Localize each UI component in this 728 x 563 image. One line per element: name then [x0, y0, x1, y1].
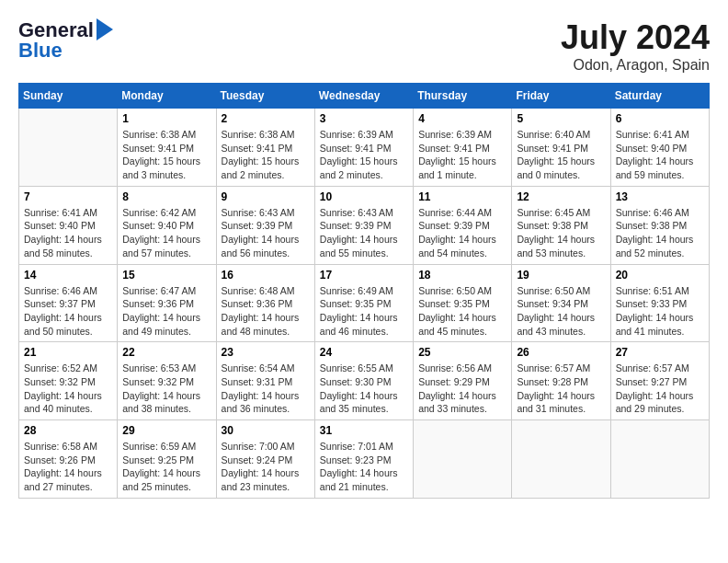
day-info: Sunrise: 6:57 AM Sunset: 9:28 PM Dayligh…: [517, 362, 605, 416]
calendar-day-header: Wednesday: [314, 84, 413, 109]
day-number: 1: [122, 112, 210, 125]
day-number: 20: [616, 269, 704, 282]
day-number: 3: [320, 112, 408, 125]
day-number: 21: [24, 346, 112, 359]
day-number: 16: [222, 269, 310, 282]
calendar-week-row: 1Sunrise: 6:38 AM Sunset: 9:41 PM Daylig…: [19, 109, 710, 187]
day-info: Sunrise: 6:58 AM Sunset: 9:26 PM Dayligh…: [24, 440, 112, 494]
day-number: 10: [320, 190, 408, 203]
calendar-cell: [610, 420, 709, 499]
calendar-cell: [512, 420, 610, 499]
day-info: Sunrise: 6:41 AM Sunset: 9:40 PM Dayligh…: [24, 206, 112, 260]
day-info: Sunrise: 6:54 AM Sunset: 9:31 PM Dayligh…: [222, 362, 310, 416]
day-number: 8: [122, 190, 210, 203]
day-info: Sunrise: 6:47 AM Sunset: 9:36 PM Dayligh…: [122, 284, 210, 339]
calendar-cell: 1Sunrise: 6:38 AM Sunset: 9:41 PM Daylig…: [118, 109, 216, 187]
calendar-cell: 27Sunrise: 6:57 AM Sunset: 9:27 PM Dayli…: [610, 342, 709, 420]
day-info: Sunrise: 6:43 AM Sunset: 9:39 PM Dayligh…: [222, 206, 310, 260]
day-info: Sunrise: 6:38 AM Sunset: 9:41 PM Dayligh…: [122, 128, 210, 182]
day-number: 4: [418, 112, 506, 125]
calendar-cell: 28Sunrise: 6:58 AM Sunset: 9:26 PM Dayli…: [19, 420, 118, 499]
calendar-table: SundayMondayTuesdayWednesdayThursdayFrid…: [18, 83, 710, 499]
day-number: 18: [418, 269, 506, 282]
day-number: 26: [517, 346, 605, 359]
day-info: Sunrise: 6:39 AM Sunset: 9:41 PM Dayligh…: [418, 128, 506, 182]
calendar-cell: 7Sunrise: 6:41 AM Sunset: 9:40 PM Daylig…: [19, 186, 118, 264]
calendar-cell: 19Sunrise: 6:50 AM Sunset: 9:34 PM Dayli…: [512, 264, 610, 342]
calendar-cell: 26Sunrise: 6:57 AM Sunset: 9:28 PM Dayli…: [512, 342, 610, 420]
logo: General Blue: [18, 18, 113, 63]
day-info: Sunrise: 6:50 AM Sunset: 9:34 PM Dayligh…: [517, 284, 605, 339]
day-info: Sunrise: 6:57 AM Sunset: 9:27 PM Dayligh…: [616, 362, 704, 416]
calendar-week-row: 21Sunrise: 6:52 AM Sunset: 9:32 PM Dayli…: [19, 342, 710, 420]
day-number: 9: [222, 190, 310, 203]
day-number: 24: [320, 346, 408, 359]
calendar-cell: 4Sunrise: 6:39 AM Sunset: 9:41 PM Daylig…: [414, 109, 512, 187]
day-info: Sunrise: 6:49 AM Sunset: 9:35 PM Dayligh…: [320, 284, 408, 339]
calendar-cell: 8Sunrise: 6:42 AM Sunset: 9:40 PM Daylig…: [118, 186, 216, 264]
calendar-day-header: Friday: [512, 84, 610, 109]
day-number: 22: [122, 346, 210, 359]
day-info: Sunrise: 7:00 AM Sunset: 9:24 PM Dayligh…: [222, 440, 310, 494]
day-number: 27: [616, 346, 704, 359]
calendar-cell: 16Sunrise: 6:48 AM Sunset: 9:36 PM Dayli…: [216, 264, 314, 342]
day-number: 25: [418, 346, 506, 359]
calendar-cell: 12Sunrise: 6:45 AM Sunset: 9:38 PM Dayli…: [512, 186, 610, 264]
day-info: Sunrise: 6:45 AM Sunset: 9:38 PM Dayligh…: [517, 206, 605, 260]
day-number: 29: [122, 424, 210, 437]
location-text: Odon, Aragon, Spain: [561, 57, 710, 74]
day-info: Sunrise: 6:55 AM Sunset: 9:30 PM Dayligh…: [320, 362, 408, 416]
day-info: Sunrise: 6:42 AM Sunset: 9:40 PM Dayligh…: [122, 206, 210, 260]
day-info: Sunrise: 6:39 AM Sunset: 9:41 PM Dayligh…: [320, 128, 408, 182]
day-number: 11: [418, 190, 506, 203]
day-number: 28: [24, 424, 112, 437]
title-block: July 2024 Odon, Aragon, Spain: [561, 18, 710, 74]
day-number: 19: [517, 269, 605, 282]
day-number: 6: [616, 112, 704, 125]
calendar-header-row: SundayMondayTuesdayWednesdayThursdayFrid…: [19, 84, 710, 109]
calendar-day-header: Tuesday: [216, 84, 314, 109]
calendar-week-row: 7Sunrise: 6:41 AM Sunset: 9:40 PM Daylig…: [19, 186, 710, 264]
day-number: 5: [517, 112, 605, 125]
logo-blue-text: Blue: [18, 39, 63, 63]
calendar-cell: 6Sunrise: 6:41 AM Sunset: 9:40 PM Daylig…: [610, 109, 709, 187]
day-info: Sunrise: 6:43 AM Sunset: 9:39 PM Dayligh…: [320, 206, 408, 260]
calendar-cell: 23Sunrise: 6:54 AM Sunset: 9:31 PM Dayli…: [216, 342, 314, 420]
calendar-cell: 5Sunrise: 6:40 AM Sunset: 9:41 PM Daylig…: [512, 109, 610, 187]
calendar-cell: 30Sunrise: 7:00 AM Sunset: 9:24 PM Dayli…: [216, 420, 314, 499]
day-number: 13: [616, 190, 704, 203]
day-info: Sunrise: 6:59 AM Sunset: 9:25 PM Dayligh…: [122, 440, 210, 494]
calendar-cell: 10Sunrise: 6:43 AM Sunset: 9:39 PM Dayli…: [314, 186, 413, 264]
calendar-day-header: Thursday: [414, 84, 512, 109]
day-number: 31: [320, 424, 408, 437]
calendar-cell: 13Sunrise: 6:46 AM Sunset: 9:38 PM Dayli…: [610, 186, 709, 264]
calendar-cell: 24Sunrise: 6:55 AM Sunset: 9:30 PM Dayli…: [314, 342, 413, 420]
day-number: 23: [222, 346, 310, 359]
day-info: Sunrise: 6:51 AM Sunset: 9:33 PM Dayligh…: [616, 284, 704, 339]
calendar-cell: 31Sunrise: 7:01 AM Sunset: 9:23 PM Dayli…: [314, 420, 413, 499]
calendar-cell: 18Sunrise: 6:50 AM Sunset: 9:35 PM Dayli…: [414, 264, 512, 342]
calendar-day-header: Sunday: [19, 84, 118, 109]
calendar-cell: 17Sunrise: 6:49 AM Sunset: 9:35 PM Dayli…: [314, 264, 413, 342]
day-info: Sunrise: 6:56 AM Sunset: 9:29 PM Dayligh…: [418, 362, 506, 416]
day-info: Sunrise: 6:48 AM Sunset: 9:36 PM Dayligh…: [222, 284, 310, 339]
day-number: 7: [24, 190, 112, 203]
logo-arrow-icon: [97, 18, 113, 40]
day-info: Sunrise: 7:01 AM Sunset: 9:23 PM Dayligh…: [320, 440, 408, 494]
calendar-week-row: 14Sunrise: 6:46 AM Sunset: 9:37 PM Dayli…: [19, 264, 710, 342]
day-number: 30: [222, 424, 310, 437]
calendar-cell: [414, 420, 512, 499]
day-info: Sunrise: 6:50 AM Sunset: 9:35 PM Dayligh…: [418, 284, 506, 339]
calendar-cell: [19, 109, 118, 187]
day-info: Sunrise: 6:41 AM Sunset: 9:40 PM Dayligh…: [616, 128, 704, 182]
day-info: Sunrise: 6:46 AM Sunset: 9:37 PM Dayligh…: [24, 284, 112, 339]
day-info: Sunrise: 6:52 AM Sunset: 9:32 PM Dayligh…: [24, 362, 112, 416]
calendar-cell: 2Sunrise: 6:38 AM Sunset: 9:41 PM Daylig…: [216, 109, 314, 187]
page-header: General Blue July 2024 Odon, Aragon, Spa…: [18, 18, 710, 74]
calendar-cell: 11Sunrise: 6:44 AM Sunset: 9:39 PM Dayli…: [414, 186, 512, 264]
day-number: 15: [122, 269, 210, 282]
day-number: 17: [320, 269, 408, 282]
month-title: July 2024: [561, 18, 710, 57]
calendar-week-row: 28Sunrise: 6:58 AM Sunset: 9:26 PM Dayli…: [19, 420, 710, 499]
day-number: 2: [222, 112, 310, 125]
